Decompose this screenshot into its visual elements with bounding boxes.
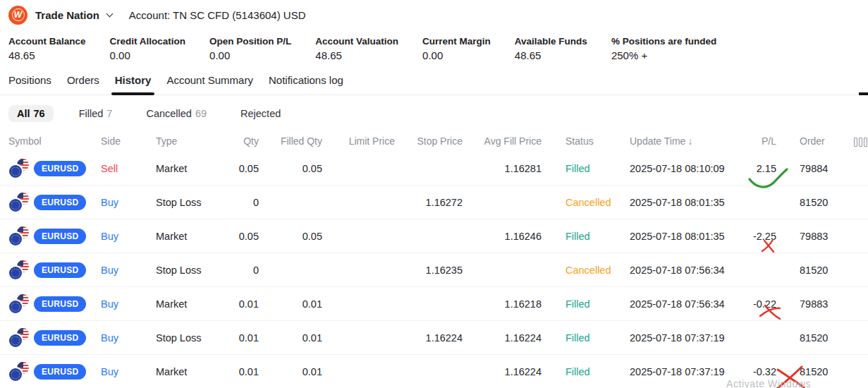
pl-cell: -0.22 (719, 298, 776, 310)
col-header-label: Filled Qty (281, 135, 322, 147)
stat-open-position-p-l: Open Position P/L0.00 (209, 35, 291, 63)
account-stats: Account Balance48.65Credit Allocation0.0… (0, 30, 868, 63)
stat-credit-allocation: Credit Allocation0.00 (110, 35, 186, 63)
eu-flag-icon (8, 265, 23, 281)
stat-value: 0.00 (209, 49, 291, 63)
stat-account-valuation: Account Valuation48.65 (315, 35, 398, 63)
symbol-badge: EURUSD (34, 262, 86, 278)
symbol-badge: EURUSD (34, 161, 86, 176)
col-header-label: Limit Price (349, 135, 395, 147)
side-cell: Buy (101, 332, 156, 344)
eurusd-flag-icon (7, 192, 31, 213)
account-label[interactable]: Account: TN SC CFD (5143604) USD (129, 9, 306, 21)
avg-fill-price-cell: 1.16281 (463, 163, 542, 174)
col-header-type[interactable]: Type (156, 135, 216, 147)
update-time-cell: 2025-07-18 08:01:35 (630, 197, 719, 208)
pl-cell: -2.25 (719, 231, 776, 242)
column-settings-icon[interactable] (832, 138, 868, 147)
filter-label: Filled (79, 108, 104, 119)
side-cell: Sell (101, 163, 156, 174)
qty-cell: 0.05 (216, 163, 259, 174)
order-cell: 79884 (776, 163, 832, 174)
table-header-row: SymbolSideTypeQtyFilled QtyLimit PriceSt… (0, 123, 868, 152)
table-row[interactable]: EURUSDBuyMarket0.050.051.16246Filled2025… (0, 219, 868, 253)
account-menu[interactable]: W Trade Nation (8, 6, 112, 25)
filter-count: 7 (106, 108, 112, 119)
tab-notifications-log[interactable]: Notifications log (269, 71, 343, 95)
stop-price-cell: 1.16272 (395, 197, 463, 208)
symbol-badge: EURUSD (34, 229, 86, 244)
symbol-badge: EURUSD (34, 296, 86, 312)
stat-label: Available Funds (515, 35, 587, 48)
eu-flag-icon (8, 333, 23, 348)
stat-label: Credit Allocation (110, 35, 186, 48)
filter-label: All (17, 108, 30, 119)
update-time-cell: 2025-07-18 08:01:35 (630, 231, 719, 242)
col-header-label: P/L (762, 135, 776, 147)
qty-cell: 0.01 (216, 366, 259, 377)
tab-history[interactable]: History (115, 71, 152, 95)
order-cell: 79883 (776, 298, 832, 310)
stop-price-cell: 1.16224 (395, 332, 463, 344)
eurusd-flag-icon (7, 327, 31, 348)
status-cell: Filled (542, 366, 630, 377)
filter-cancelled[interactable]: Cancelled69 (137, 105, 215, 122)
chevron-down-icon (106, 11, 113, 18)
filter-filled[interactable]: Filled7 (71, 105, 121, 122)
col-header-update-time[interactable]: Update Time↓ (630, 135, 719, 147)
order-cell: 81520 (776, 197, 832, 208)
filled-qty-cell: 0.05 (259, 231, 322, 242)
table-row[interactable]: EURUSDBuyStop Loss01.16235Cancelled2025-… (0, 253, 868, 287)
table-row[interactable]: EURUSDBuyMarket0.010.011.16218Filled2025… (0, 287, 868, 321)
order-cell: 79883 (776, 231, 832, 242)
status-cell: Filled (542, 298, 630, 310)
col-header-status[interactable]: Status (542, 135, 630, 147)
stat-account-balance: Account Balance48.65 (8, 35, 86, 63)
tab-positions[interactable]: Positions (8, 71, 51, 95)
pl-cell: -0.32 (719, 366, 776, 377)
stat-available-funds: Available Funds48.65 (515, 35, 587, 63)
qty-cell: 0 (216, 265, 259, 276)
col-header-side[interactable]: Side (101, 135, 156, 147)
symbol-cell: EURUSD (0, 327, 101, 348)
symbol-cell: EURUSD (0, 260, 101, 281)
tab-bar: PositionsOrdersHistoryAccount SummaryNot… (0, 71, 868, 95)
col-header-symbol[interactable]: Symbol (0, 135, 101, 147)
stat-value: 250% + (611, 49, 716, 63)
col-header-filled-qty[interactable]: Filled Qty (259, 135, 322, 147)
col-header-limit-price[interactable]: Limit Price (322, 135, 395, 147)
symbol-cell: EURUSD (0, 226, 101, 247)
filter-all[interactable]: All76 (8, 105, 54, 122)
brand-name: Trade Nation (35, 9, 99, 21)
qty-cell: 0.05 (216, 231, 259, 242)
tab-bar-edge-marker (859, 92, 868, 95)
table-row[interactable]: EURUSDBuyStop Loss0.010.011.162241.16224… (0, 321, 868, 355)
table-row[interactable]: EURUSDBuyStop Loss01.16272Cancelled2025-… (0, 186, 868, 219)
table-row[interactable]: EURUSDSellMarket0.050.051.16281Filled202… (0, 152, 868, 186)
filled-qty-cell: 0.01 (259, 332, 322, 344)
eu-flag-icon (8, 367, 23, 382)
side-cell: Buy (101, 231, 156, 242)
stat-value: 0.00 (110, 49, 186, 63)
filter-rejected[interactable]: Rejected (232, 105, 289, 122)
tab-account-summary[interactable]: Account Summary (166, 71, 253, 95)
stop-price-cell: 1.16235 (395, 265, 463, 276)
avg-fill-price-cell: 1.16224 (463, 366, 542, 377)
status-cell: Filled (542, 231, 630, 242)
col-header-avg-fill-price[interactable]: Avg Fill Price (463, 135, 542, 147)
eurusd-flag-icon (7, 226, 31, 247)
tab-orders[interactable]: Orders (67, 71, 99, 95)
col-header-p-l[interactable]: P/L (719, 135, 776, 147)
eu-flag-icon (8, 198, 23, 213)
column-settings-bar (864, 138, 867, 147)
eurusd-flag-icon (7, 361, 31, 382)
col-header-qty[interactable]: Qty (216, 135, 259, 147)
qty-cell: 0 (216, 197, 259, 208)
stat-positions-are-funded: % Positions are funded250% + (611, 35, 716, 63)
col-header-label: Side (101, 135, 121, 147)
trading-app-window: W Trade Nation Account: TN SC CFD (51436… (0, 0, 868, 388)
eu-flag-icon (8, 231, 23, 247)
col-header-stop-price[interactable]: Stop Price (395, 135, 463, 147)
symbol-cell: EURUSD (0, 361, 101, 382)
col-header-order[interactable]: Order (776, 135, 832, 147)
